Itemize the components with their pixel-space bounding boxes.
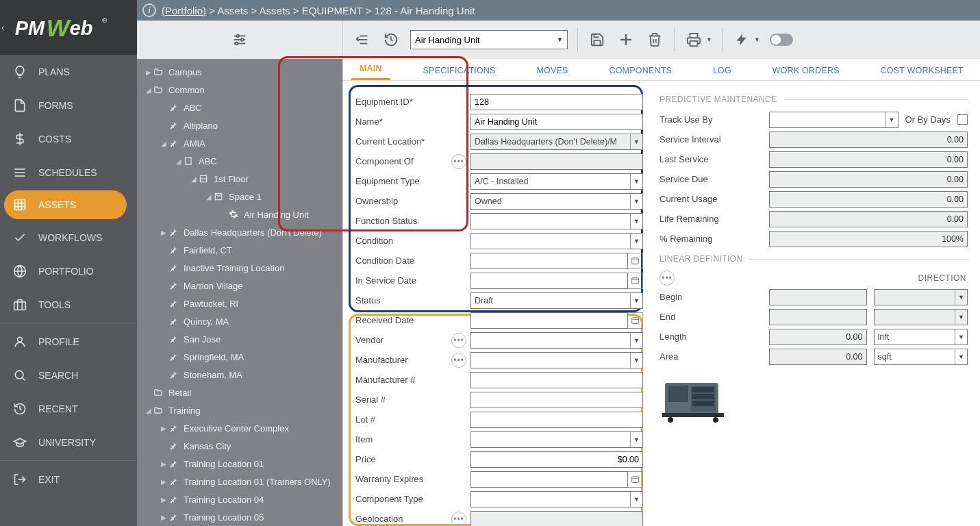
input-service-interval[interactable]	[769, 132, 968, 148]
select-function-status[interactable]: ▼	[470, 213, 643, 229]
expand-icon[interactable]: ▶	[159, 478, 168, 486]
more-icon[interactable]: •••	[659, 271, 675, 286]
nav-item-profile[interactable]: PROFILE	[0, 325, 137, 358]
input-current-usage[interactable]	[769, 191, 968, 208]
tree-node[interactable]: ▶Executive Center Complex	[137, 419, 342, 437]
nav-item-plans[interactable]: PLANS	[0, 55, 137, 88]
tab-components[interactable]: COMPONENTS	[601, 62, 680, 80]
location-tree[interactable]: ▶Campus◢CommonABCAltiplano◢AMIA◢ABC◢1st …	[137, 59, 342, 526]
calendar-icon[interactable]	[628, 312, 643, 329]
tree-node[interactable]: ◢Common	[137, 81, 342, 99]
expand-icon[interactable]: ◢	[204, 193, 214, 201]
input-name[interactable]	[470, 114, 643, 130]
nav-item-workflows[interactable]: WORKFLOWS	[0, 221, 137, 254]
nav-item-costs[interactable]: COSTS	[0, 122, 137, 155]
select-component-type[interactable]: ▼	[470, 491, 643, 508]
tree-node[interactable]: Inactive Training Location	[137, 259, 342, 277]
expand-icon[interactable]: ▶	[159, 496, 168, 503]
tree-node[interactable]: San Jose	[137, 330, 342, 348]
input-equipment-id[interactable]	[470, 94, 643, 110]
tree-node[interactable]: Springfield, MA	[137, 348, 342, 366]
expand-icon[interactable]: ◢	[144, 86, 153, 94]
tree-node[interactable]: ◢AMIA	[137, 134, 342, 152]
tree-node[interactable]: Kansas City	[137, 437, 342, 455]
tree-node[interactable]: ▶Training Location 05	[137, 508, 342, 526]
tree-node[interactable]: ▶Dallas Headquarters (Don't Delete)	[137, 223, 342, 241]
expand-icon[interactable]: ▶	[159, 229, 168, 236]
nav-item-university[interactable]: UNIVERSITY	[0, 425, 137, 459]
tree-node[interactable]: Altiplano	[137, 116, 342, 134]
tree-node[interactable]: ABC	[137, 99, 342, 116]
select-condition[interactable]: ▼	[470, 233, 643, 249]
input-life-remaining[interactable]	[769, 211, 968, 227]
tab-work-orders[interactable]: WORK ORDERS	[764, 62, 848, 80]
tree-node[interactable]: ◢1st Floor	[137, 170, 342, 188]
nav-item-search[interactable]: SEARCH	[0, 358, 137, 392]
expand-icon[interactable]: ▶	[159, 514, 168, 521]
tab-log[interactable]: LOG	[705, 62, 740, 80]
calendar-icon[interactable]	[628, 471, 643, 488]
outdent-icon[interactable]	[353, 30, 372, 49]
filter-icon[interactable]	[232, 32, 247, 47]
select-length-unit[interactable]: lnft▼	[874, 329, 968, 345]
select-item[interactable]: ▼	[470, 431, 643, 448]
tab-moves[interactable]: MOVES	[528, 62, 576, 80]
more-icon[interactable]: •••	[451, 512, 466, 527]
input-pct-remaining[interactable]	[769, 231, 968, 247]
record-title-select[interactable]: Air Handing Unit▼	[410, 30, 568, 49]
tree-node[interactable]: ▶Training Location 01 (Trainers ONLY)	[137, 473, 342, 490]
calendar-icon[interactable]	[628, 273, 643, 289]
input-length[interactable]	[769, 329, 867, 345]
nav-item-schedules[interactable]: SCHEDULES	[0, 155, 137, 189]
select-ownership[interactable]: Owned▼	[470, 193, 643, 210]
tree-node[interactable]: ◢Training	[137, 401, 342, 419]
input-serial-no[interactable]	[470, 392, 643, 408]
tree-node[interactable]: ▶Training Location 01	[137, 455, 342, 473]
add-icon[interactable]	[616, 30, 636, 49]
info-icon[interactable]: i	[142, 3, 156, 17]
tree-node[interactable]: Air Handing Unit	[137, 205, 342, 223]
input-begin[interactable]	[769, 289, 867, 305]
tree-node[interactable]: Retail	[137, 384, 342, 401]
select-track-use-by[interactable]: ▼	[769, 112, 899, 128]
select-current-location[interactable]: Dallas Headquarters (Don't Delete)/M▼	[470, 134, 643, 150]
input-component-of[interactable]	[470, 153, 643, 170]
tree-node[interactable]: Marrion Village	[137, 277, 342, 295]
tree-node[interactable]: ▶Campus	[137, 63, 342, 81]
expand-icon[interactable]: ◢	[189, 175, 199, 183]
checkbox-or-by-days[interactable]	[957, 114, 968, 125]
input-in-service-date[interactable]	[470, 273, 628, 289]
tab-cost-worksheet[interactable]: COST WORKSHEET	[872, 62, 972, 80]
select-equipment-type[interactable]: A/C - Installed▼	[470, 173, 643, 190]
expand-icon[interactable]: ◢	[174, 158, 184, 165]
toggle-switch[interactable]	[770, 34, 793, 46]
more-icon[interactable]: •••	[451, 353, 466, 368]
nav-item-tools[interactable]: TOOLS	[0, 288, 137, 321]
select-area-unit[interactable]: sqft▼	[874, 349, 968, 365]
input-price[interactable]	[470, 451, 643, 468]
input-last-service[interactable]	[769, 151, 968, 168]
bolt-icon[interactable]	[732, 30, 751, 49]
nav-item-exit[interactable]: EXIT	[0, 462, 137, 496]
input-service-due[interactable]	[769, 171, 968, 188]
input-received-date[interactable]	[470, 312, 628, 329]
expand-icon[interactable]: ◢	[144, 407, 153, 414]
expand-icon[interactable]: ◢	[159, 140, 168, 147]
expand-icon[interactable]: ▶	[159, 425, 168, 432]
more-icon[interactable]: •••	[451, 333, 466, 348]
select-status[interactable]: Draft▼	[470, 292, 643, 309]
input-end[interactable]	[769, 309, 867, 325]
nav-item-assets[interactable]: ASSETS	[4, 190, 127, 219]
breadcrumb[interactable]: (Portfolio) > Assets > Assets > EQUIPMEN…	[162, 5, 475, 16]
tree-node[interactable]: Stoneham, MA	[137, 366, 342, 384]
more-icon[interactable]: •••	[451, 154, 466, 169]
print-icon[interactable]	[684, 30, 703, 49]
tree-node[interactable]: ▶Training Location 04	[137, 490, 342, 508]
input-condition-date[interactable]	[470, 253, 628, 269]
tab-specifications[interactable]: SPECIFICATIONS	[415, 62, 504, 80]
select-end-dir[interactable]: ▼	[874, 309, 968, 325]
calendar-icon[interactable]	[628, 253, 643, 269]
tree-node[interactable]: Pawtucket, RI	[137, 295, 342, 312]
expand-icon[interactable]: ▶	[144, 68, 153, 76]
select-begin-dir[interactable]: ▼	[874, 289, 968, 305]
